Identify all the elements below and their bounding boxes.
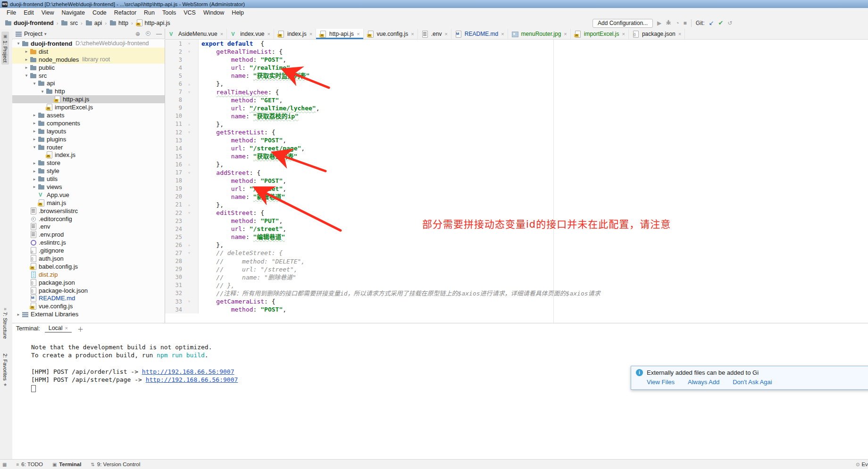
fold-marker-icon[interactable]: ▵ xyxy=(182,122,196,126)
status-item-terminal[interactable]: ▣Terminal xyxy=(52,461,82,467)
fold-marker-icon[interactable]: ▿ xyxy=(182,211,196,215)
tree-item-auth-json[interactable]: {}auth.json xyxy=(12,255,165,263)
code-line[interactable]: 19 url: "/street", xyxy=(165,185,868,193)
tree-item-main-js[interactable]: JSmain.js xyxy=(12,199,165,207)
tree-item-http-api-js[interactable]: JShttp-api.js xyxy=(12,95,165,103)
code-line[interactable]: 12▿ getStreetList: { xyxy=(165,128,868,136)
git-commit-icon[interactable]: ✔ xyxy=(718,19,723,27)
close-tab-icon[interactable]: × xyxy=(220,31,223,37)
code-line[interactable]: 13 method: "POST", xyxy=(165,136,868,144)
code-line[interactable]: 5 name: "获取实时监控列表" xyxy=(165,72,868,80)
code-line[interactable]: 20 name: "新增巷道" xyxy=(165,193,868,201)
chevron-down-icon[interactable]: ▾ xyxy=(44,32,47,36)
tree-item-src[interactable]: ▾src xyxy=(12,72,165,80)
tree-item-importexcel-js[interactable]: JSimportExcel.js xyxy=(12,103,165,111)
fold-marker-icon[interactable]: ▿ xyxy=(182,130,196,134)
expand-arrow-icon[interactable]: ▸ xyxy=(15,312,22,317)
tree-item-vue-config-js[interactable]: JSvue.config.js xyxy=(12,302,165,310)
code-line[interactable]: 15 name: "获取巷道列表" xyxy=(165,152,868,160)
terminal-link[interactable]: http://192.168.66.56:9007 xyxy=(142,368,234,375)
code-line[interactable]: 9 url: "/realTime/lychee", xyxy=(165,104,868,112)
tree-item-plugins[interactable]: ▸plugins xyxy=(12,135,165,143)
code-line[interactable]: 10 name: "获取荔枝的ip" xyxy=(165,112,868,120)
fold-marker-icon[interactable]: ▵ xyxy=(182,243,196,247)
tab-package-json[interactable]: {}package.json× xyxy=(629,29,685,39)
code-line[interactable]: 3 method: "POST", xyxy=(165,56,868,64)
fold-marker-icon[interactable]: ▵ xyxy=(182,203,196,207)
expand-arrow-icon[interactable]: ▸ xyxy=(23,49,30,54)
tree-item-readme-md[interactable]: MREADME.md xyxy=(12,295,165,303)
menu-view[interactable]: View xyxy=(38,9,58,16)
tab-index-vue[interactable]: Vindex.vue× xyxy=(227,29,274,39)
notification-link-always-add[interactable]: Always Add xyxy=(688,378,719,386)
tree-item-duoji-frontend[interactable]: ▾duoji-frontendD:\zheheWeb\duoji-fronten… xyxy=(12,40,165,48)
menu-code[interactable]: Code xyxy=(89,9,110,16)
close-tab-icon[interactable]: × xyxy=(267,31,270,37)
stop-icon[interactable]: ■ xyxy=(684,19,687,27)
menu-edit[interactable]: Edit xyxy=(20,9,38,16)
menu-help[interactable]: Help xyxy=(228,9,248,16)
breadcrumb-item-duoji-frontend[interactable]: duoji-frontend xyxy=(4,19,55,27)
debug-icon[interactable] xyxy=(666,19,671,27)
tree-item-gitignore[interactable]: ⊘.gitignore xyxy=(12,247,165,255)
code-line[interactable]: 34 method: "POST", xyxy=(165,305,868,313)
history-icon[interactable]: ↺ xyxy=(727,19,732,27)
expand-arrow-icon[interactable]: ▸ xyxy=(31,161,38,165)
tree-item-public[interactable]: ▸public xyxy=(12,64,165,72)
expand-arrow-icon[interactable]: ▸ xyxy=(23,65,30,70)
notification-link-view-files[interactable]: View Files xyxy=(647,378,675,386)
profiler-icon[interactable]: ◔ xyxy=(676,19,679,27)
close-tab-icon[interactable]: × xyxy=(564,31,567,37)
add-configuration-button[interactable]: Add Configuration... xyxy=(593,19,653,28)
tree-item-env-prod[interactable]: .env.prod xyxy=(12,230,165,239)
expand-arrow-icon[interactable]: ▾ xyxy=(31,81,38,86)
tree-item-layouts[interactable]: ▸layouts xyxy=(12,127,165,135)
fold-marker-icon[interactable]: ▿ xyxy=(182,90,196,94)
code-line[interactable]: 22▿ editStreet: { xyxy=(165,209,868,217)
code-line[interactable]: 16▵ }, xyxy=(165,160,868,168)
expand-arrow-icon[interactable]: ▸ xyxy=(31,129,38,133)
tree-item-babel-config-js[interactable]: JSbabel.config.js xyxy=(12,263,165,271)
close-tab-icon[interactable]: × xyxy=(444,31,447,37)
code-line[interactable]: 21▵ }, xyxy=(165,201,868,209)
breadcrumb-item-src[interactable]: src xyxy=(60,19,79,27)
expand-arrow-icon[interactable]: ▸ xyxy=(31,137,38,141)
tool-stripe-structure[interactable]: ≡ 7: Structure xyxy=(1,305,9,341)
fold-marker-icon[interactable]: ▿ xyxy=(182,49,196,54)
tab-readme-md[interactable]: MREADME.md× xyxy=(451,29,508,39)
code-line[interactable]: 33▿ getCameraList: { xyxy=(165,297,868,305)
close-tab-icon[interactable]: × xyxy=(411,31,414,37)
run-icon[interactable]: ▶ xyxy=(657,19,661,27)
code-line[interactable]: 2▿ getRealTimeList: { xyxy=(165,48,868,56)
notification-popup[interactable]: i Externally added files can be added to… xyxy=(631,366,868,390)
tab-env[interactable]: .env× xyxy=(418,29,451,39)
close-tab-icon[interactable]: × xyxy=(357,31,359,37)
tool-window-switcher-icon[interactable]: ▦ xyxy=(2,462,7,467)
fold-marker-icon[interactable]: ▿ xyxy=(182,41,196,46)
hide-panel-icon[interactable]: — xyxy=(156,31,162,37)
tab-vue-config-js[interactable]: JSvue.config.js× xyxy=(364,29,418,39)
fold-marker-icon[interactable]: ▿ xyxy=(182,299,196,304)
project-panel-title[interactable]: Project xyxy=(24,31,42,37)
tree-item-package-json[interactable]: {}package.json xyxy=(12,279,165,287)
tree-item-env[interactable]: .env xyxy=(12,222,165,230)
tree-item-browserslistrc[interactable]: .browserslistrc xyxy=(12,207,165,215)
breadcrumb-item-http-api-js[interactable]: JShttp-api.js xyxy=(135,19,171,27)
code-line[interactable]: 6▵ }, xyxy=(165,80,868,88)
code-line[interactable]: 27▿ // deleteStreet: { xyxy=(165,249,868,257)
status-item-9-version-control[interactable]: ⇅9: Version Control xyxy=(91,461,140,467)
code-line[interactable]: 11▵ }, xyxy=(165,120,868,128)
code-line[interactable]: 29 // url: "/street", xyxy=(165,265,868,273)
close-tab-icon[interactable]: × xyxy=(678,31,681,37)
terminal-link[interactable]: http://192.168.66.56:9007 xyxy=(146,376,238,383)
code-line[interactable]: 30 // name: "删除巷道" xyxy=(165,273,868,281)
tree-item-node-modules[interactable]: ▸node_moduleslibrary root xyxy=(12,56,165,64)
fold-marker-icon[interactable]: ▿ xyxy=(182,171,196,175)
expand-arrow-icon[interactable]: ▾ xyxy=(31,145,38,149)
tree-item-editorconfig[interactable]: .editorconfig xyxy=(12,215,165,223)
expand-arrow-icon[interactable]: ▸ xyxy=(31,184,38,189)
close-terminal-tab-icon[interactable]: × xyxy=(65,325,68,331)
code-line[interactable]: 26▵ }, xyxy=(165,241,868,249)
notification-link-don-t-ask-agai[interactable]: Don't Ask Agai xyxy=(733,378,772,386)
settings-gear-icon[interactable] xyxy=(144,30,152,38)
